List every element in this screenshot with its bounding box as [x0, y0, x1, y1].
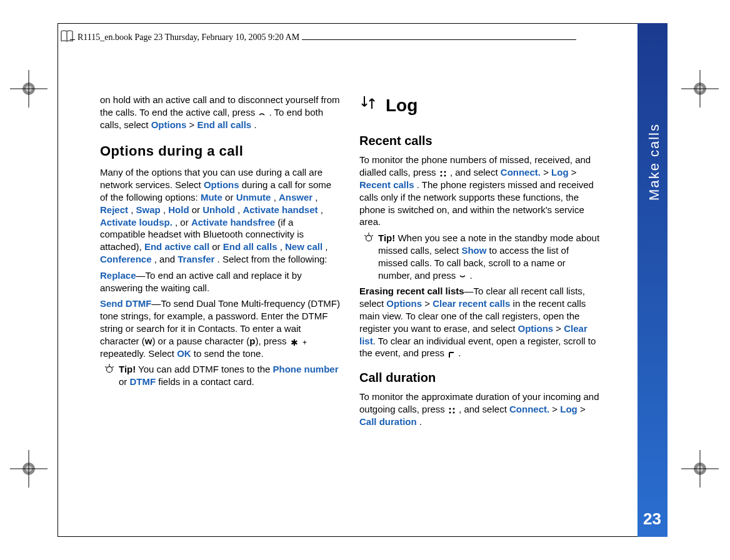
svg-line-22: [112, 367, 114, 368]
header-text: R1115_en.book Page 23 Thursday, February…: [75, 32, 302, 42]
para-erasing: Erasing recent call lists—To clear all r…: [359, 285, 600, 359]
heading-log: Log: [359, 94, 600, 118]
para-replace: Replace—To end an active call and replac…: [100, 269, 341, 294]
heading-recent-calls: Recent calls: [359, 132, 600, 149]
menu-key-icon: [448, 406, 456, 414]
svg-point-31: [449, 408, 451, 410]
page-number: 23: [643, 509, 661, 529]
clear-key-icon: [447, 349, 456, 358]
menu-key-icon: [439, 169, 448, 178]
svg-point-19: [107, 367, 112, 372]
star-key-icon: ✱: [289, 338, 298, 346]
para-send-dtmf: Send DTMF—To send Dual Tone Multi-freque…: [100, 298, 341, 359]
svg-point-33: [449, 412, 451, 414]
right-column: Log Recent calls To monitor the phone nu…: [359, 94, 600, 432]
para-recent-calls: To monitor the phone numbers of missed, …: [359, 154, 600, 228]
book-icon: [59, 29, 74, 44]
para-options-list: Many of the options that you can use dur…: [100, 166, 341, 265]
svg-text:✱: ✱: [291, 338, 298, 347]
svg-line-29: [364, 236, 366, 236]
log-icon: [359, 94, 377, 118]
crop-mark-tl: [10, 70, 48, 108]
svg-point-25: [440, 175, 442, 177]
svg-line-30: [372, 236, 373, 236]
chapter-label: Make calls: [646, 123, 662, 201]
para-hold: on hold with an active call and to disco…: [100, 94, 341, 131]
heading-call-duration: Call duration: [359, 369, 600, 386]
tip-missed-calls: Tip! When you see a note in the standby …: [363, 232, 600, 281]
call-key-icon: [458, 272, 467, 281]
svg-point-34: [452, 412, 454, 414]
heading-options-during-call: Options during a call: [100, 142, 341, 160]
tip-icon: [104, 363, 115, 388]
plus-key-icon: +: [301, 338, 309, 346]
svg-text:+: +: [302, 338, 307, 347]
svg-point-27: [366, 236, 372, 241]
svg-point-23: [440, 171, 442, 173]
crop-mark-bl: [10, 450, 48, 488]
left-column: on hold with an active call and to disco…: [100, 94, 341, 432]
end-call-key-icon: [258, 109, 266, 118]
svg-point-26: [444, 175, 446, 177]
crop-mark-tr: [681, 70, 719, 108]
chapter-tab: Make calls: [638, 23, 668, 537]
crop-mark-br: [681, 450, 719, 488]
svg-point-24: [444, 171, 446, 173]
tip-icon: [363, 232, 374, 281]
tip-dtmf: Tip! You can add DTMF tones to the Phone…: [104, 363, 341, 388]
para-call-duration: To monitor the approximate duration of y…: [359, 391, 600, 428]
svg-line-21: [105, 367, 106, 368]
svg-point-32: [452, 408, 454, 410]
